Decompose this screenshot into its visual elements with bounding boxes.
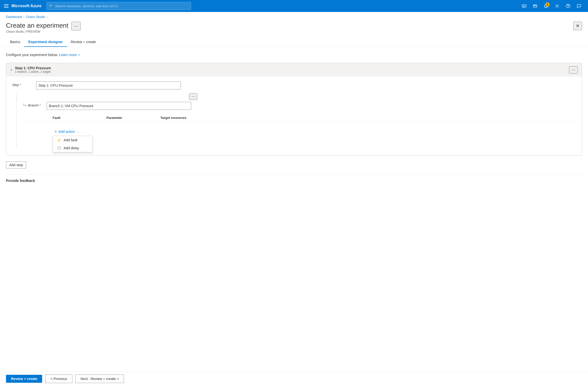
add-branch-area: Add branch — [23, 141, 576, 148]
plus-icon: + — [55, 129, 57, 134]
review-create-button[interactable]: Review + create — [6, 375, 42, 383]
provide-feedback-section: Provide feedback — [6, 174, 582, 183]
settings-icon[interactable] — [552, 1, 562, 11]
notification-badge: 2 — [546, 2, 550, 6]
page-header-text: Create an experiment Chaos Studio | PREV… — [6, 22, 68, 33]
page-subtitle: Chaos Studio | PREVIEW — [6, 30, 68, 33]
directory-icon[interactable] — [530, 1, 540, 11]
breadcrumb-sep-1: › — [23, 15, 24, 18]
top-navigation: Microsoft Azure 🔍 2 — [0, 0, 588, 12]
step-meta: 1 branch, 1 action, 1 target — [15, 70, 51, 74]
page-header-left: Create an experiment Chaos Studio | PREV… — [6, 22, 81, 33]
cloud-shell-icon[interactable] — [519, 1, 529, 11]
step-required-indicator: * — [20, 83, 21, 87]
svg-rect-1 — [533, 5, 537, 7]
tab-review-create[interactable]: Review + create — [67, 37, 100, 47]
branch-more-row: ··· — [53, 93, 197, 100]
add-step-button[interactable]: Add step — [6, 161, 26, 168]
step-body: Step * ··· └─ Branch — [6, 77, 582, 155]
step-title: Step 1: CPU Pressure — [15, 66, 51, 70]
previous-button[interactable]: < Previous — [45, 375, 72, 383]
step-chevron-icon: ∧ — [10, 68, 12, 72]
step-header[interactable]: ∧ Step 1: CPU Pressure 1 branch, 1 actio… — [6, 63, 582, 77]
add-delay-label: Add delay — [64, 146, 79, 150]
add-action-label: Add action — [58, 130, 75, 134]
target-col-header: Target resources — [160, 116, 210, 120]
breadcrumb-dashboard[interactable]: Dashboard — [6, 15, 22, 19]
add-fault-label: Add fault — [64, 138, 77, 142]
learn-more-link[interactable]: Learn more ↗ — [59, 53, 80, 57]
nav-icons: 2 — [519, 1, 584, 11]
search-bar[interactable]: 🔍 — [46, 2, 191, 10]
breadcrumb: Dashboard › Chaos Studio › — [0, 12, 588, 21]
breadcrumb-chaos-studio[interactable]: Chaos Studio — [26, 15, 45, 19]
step-field-label: Step * — [12, 81, 32, 87]
step-header-left: ∧ Step 1: CPU Pressure 1 branch, 1 actio… — [10, 66, 51, 74]
fault-col-header: Fault — [53, 116, 102, 120]
lightning-icon: ⚡ — [57, 138, 61, 142]
brand-name: Microsoft Azure — [11, 4, 41, 8]
step-more-button[interactable]: ··· — [569, 66, 578, 74]
step-field-row: Step * — [12, 81, 576, 89]
branch-connector-line: └─ — [23, 103, 28, 107]
provide-feedback-label: Provide feedback — [6, 179, 35, 183]
chevron-down-icon: ⌄ — [77, 130, 79, 133]
page-title: Create an experiment — [6, 22, 68, 29]
step-container: ∧ Step 1: CPU Pressure 1 branch, 1 actio… — [6, 63, 582, 155]
add-step-label: Add step — [9, 163, 23, 167]
svg-point-4 — [568, 7, 568, 7]
tab-experiment-designer[interactable]: Experiment designer — [24, 37, 67, 47]
tabs-container: Basics Experiment designer Review + crea… — [0, 37, 588, 47]
add-fault-item[interactable]: ⚡ Add fault — [53, 136, 92, 144]
search-icon: 🔍 — [49, 4, 53, 8]
branch-required-indicator: * — [39, 103, 41, 107]
add-step-area: Add step — [6, 159, 582, 168]
help-icon[interactable] — [563, 1, 573, 11]
add-delay-item[interactable]: 🕐 Add delay — [53, 144, 92, 152]
add-action-button[interactable]: + Add action ⌄ — [53, 128, 81, 135]
main-content: Dashboard › Chaos Studio › Create an exp… — [0, 12, 588, 386]
add-action-dropdown: ⚡ Add fault 🕐 Add delay — [53, 136, 93, 152]
add-action-area: + Add action ⌄ ⚡ Add fault 🕐 — [23, 126, 576, 137]
bottom-bar: Review + create < Previous Next : Review… — [0, 371, 588, 386]
branch-more-button[interactable]: ··· — [189, 93, 197, 100]
clock-icon: 🕐 — [57, 146, 61, 150]
external-link-icon: ↗ — [78, 54, 80, 57]
next-button[interactable]: Next : Review + create > — [75, 375, 124, 383]
branch-name-input[interactable] — [47, 102, 191, 110]
branch-field-label: └─ Branch * — [23, 102, 43, 107]
step-name-input[interactable] — [36, 81, 181, 89]
content-area: Configure your experiment below. Learn m… — [0, 47, 588, 203]
close-button[interactable]: ✕ — [573, 22, 582, 30]
svg-point-2 — [557, 5, 558, 7]
page-more-button[interactable]: ··· — [71, 22, 81, 30]
page-header: Create an experiment Chaos Studio | PREV… — [0, 21, 588, 37]
branch-field-row: └─ Branch * — [23, 102, 576, 110]
configure-text: Configure your experiment below. Learn m… — [6, 53, 582, 57]
param-col-header: Parameter — [106, 116, 156, 120]
hamburger-menu[interactable] — [4, 4, 8, 8]
tab-basics[interactable]: Basics — [6, 37, 24, 47]
fault-table-header: Fault Parameter Target resources — [23, 114, 576, 122]
feedback-icon[interactable] — [574, 1, 584, 11]
breadcrumb-sep-2: › — [47, 15, 48, 18]
notifications-icon[interactable]: 2 — [541, 1, 551, 11]
search-input[interactable] — [55, 4, 188, 8]
